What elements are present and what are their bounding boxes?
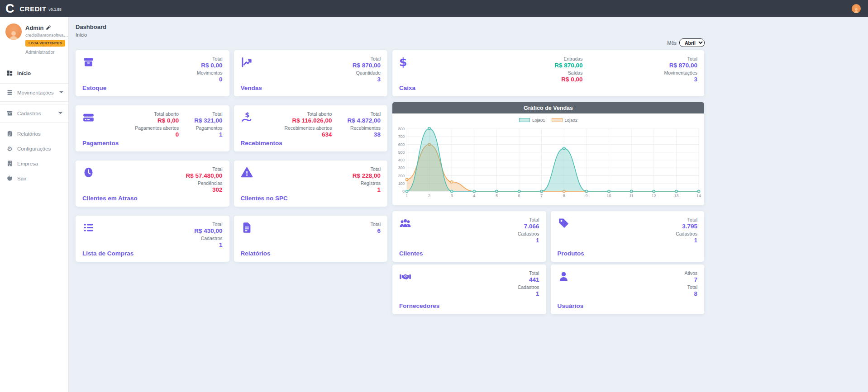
card-clientes-em-atraso[interactable]: Clientes em Atraso TotalR$ 57.480,00 Pen… xyxy=(76,161,229,207)
svg-text:400: 400 xyxy=(398,158,405,162)
legend-label: Loja01 xyxy=(532,118,545,123)
sales-chart-svg: 0100200300400500600700800123456789101112… xyxy=(392,125,704,202)
svg-text:500: 500 xyxy=(398,150,405,155)
chevron-down-icon xyxy=(58,89,65,96)
card-title: Pagamentos xyxy=(82,140,119,146)
card-recebimentos[interactable]: $ Recebimentos Total abertoR$ 116.026,00… xyxy=(234,105,388,151)
clock-icon xyxy=(82,166,95,179)
handshake-icon xyxy=(399,270,411,283)
svg-text:300: 300 xyxy=(398,165,405,170)
month-select[interactable]: Abril xyxy=(679,38,705,47)
legend-item-loja02[interactable]: Loja02 xyxy=(552,118,578,123)
chart-line-icon xyxy=(241,56,253,68)
sidebar-item-label: Cadastros xyxy=(17,111,41,116)
topbar: C CREDIT v0.1.88 xyxy=(0,0,868,17)
sidebar-item-label: Início xyxy=(17,71,31,76)
card-title: Recebimentos xyxy=(241,140,282,146)
svg-text:100: 100 xyxy=(398,181,405,186)
sidebar-item-movimentacoes[interactable]: Movimentações xyxy=(0,85,68,100)
month-filter-label: Mês xyxy=(667,40,677,46)
sidebar-item-empresa[interactable]: Empresa xyxy=(0,156,68,171)
card-title: Clientes xyxy=(399,250,423,257)
svg-text:600: 600 xyxy=(398,142,405,147)
sidebar-item-label: Empresa xyxy=(17,161,38,166)
chart-title: Gráfico de Vendas xyxy=(392,102,704,113)
svg-text:700: 700 xyxy=(398,134,405,139)
legend-swatch xyxy=(552,118,563,122)
user-email: credit@anronsoftware.co... xyxy=(25,33,69,38)
sidebar-item-cadastros[interactable]: Cadastros xyxy=(0,105,68,121)
app-logo: C xyxy=(5,0,14,17)
card-title: Lista de Compras xyxy=(82,250,134,257)
svg-text:4: 4 xyxy=(473,194,475,198)
main-content: Dashboard Início Mês Abril Estoque Total… xyxy=(69,17,868,314)
card-vendas[interactable]: Vendas TotalR$ 870,00 Quantidade3 xyxy=(234,50,388,96)
card-title: Clientes em Atraso xyxy=(82,195,138,202)
svg-text:7: 7 xyxy=(540,194,543,198)
sidebar-item-inicio[interactable]: Início xyxy=(0,66,68,80)
sidebar-item-sair[interactable]: Sair xyxy=(0,171,68,186)
svg-text:13: 13 xyxy=(674,194,678,198)
users-icon xyxy=(399,217,411,229)
tag-icon xyxy=(558,217,570,229)
svg-text:5: 5 xyxy=(496,194,498,198)
card-title: Vendas xyxy=(241,85,262,91)
card-clientes[interactable]: Clientes Total7.066 Cadastros1 xyxy=(392,211,546,262)
svg-text:1: 1 xyxy=(405,194,408,198)
user-icon xyxy=(853,7,859,13)
card-lista-de-compras[interactable]: Lista de Compras TotalR$ 430,00 Cadastro… xyxy=(76,216,229,262)
power-icon xyxy=(6,175,13,182)
svg-text:10: 10 xyxy=(607,194,611,198)
sales-chart-card: Gráfico de Vendas Loja01Loja02 010020030… xyxy=(392,102,704,205)
sidebar-item-relatorios[interactable]: Relatórios xyxy=(0,126,68,141)
svg-text:9: 9 xyxy=(585,194,587,198)
dollar-icon: $ xyxy=(399,56,411,68)
grid-icon xyxy=(6,70,13,76)
card-caixa[interactable]: $ Caixa EntradasR$ 870,00 SaídasR$ 0,00 … xyxy=(392,50,704,96)
list-icon xyxy=(82,222,95,234)
card-fornecedores[interactable]: Fornecedores Total441 Cadastros1 xyxy=(392,264,546,314)
card-estoque[interactable]: Estoque TotalR$ 0,00 Movimentos0 xyxy=(76,50,229,96)
legend-swatch xyxy=(519,118,530,122)
user-avatar-topbar[interactable] xyxy=(852,4,861,13)
profile-section: Admin credit@anronsoftware.co... LOJA VE… xyxy=(0,17,68,59)
card-relatorios[interactable]: Relatórios Total6 xyxy=(234,216,388,262)
gear-icon: ⚙ xyxy=(6,145,13,152)
svg-text:8: 8 xyxy=(563,194,565,198)
svg-text:800: 800 xyxy=(398,127,405,131)
sidebar-item-label: Movimentações xyxy=(17,90,54,95)
user-name: Admin xyxy=(25,24,43,31)
card-title: Usuários xyxy=(558,302,584,309)
svg-text:0: 0 xyxy=(402,189,405,194)
legend-item-loja01[interactable]: Loja01 xyxy=(519,118,545,123)
edit-pencil-icon[interactable] xyxy=(46,25,51,30)
card-usuarios[interactable]: Usuários Ativos7 Total8 xyxy=(551,264,705,314)
card-produtos[interactable]: Produtos Total3.795 Cadastros1 xyxy=(551,211,705,262)
svg-text:3: 3 xyxy=(451,194,453,198)
sidebar: Admin credit@anronsoftware.co... LOJA VE… xyxy=(0,17,69,392)
user-role: Administrador xyxy=(25,49,69,55)
clipboard-icon xyxy=(6,130,13,137)
warning-triangle-icon xyxy=(241,166,253,179)
card-pagamentos[interactable]: Pagamentos Total abertoR$ 0,00 Pagamento… xyxy=(76,105,229,151)
chevron-down-icon xyxy=(57,109,64,117)
avatar xyxy=(5,24,22,40)
sidebar-item-configuracoes[interactable]: ⚙ Configurações xyxy=(0,141,68,156)
svg-text:12: 12 xyxy=(652,194,656,198)
user-icon xyxy=(8,30,19,40)
app-name: CREDIT xyxy=(20,5,47,13)
card-clientes-no-spc[interactable]: Clientes no SPC TotalR$ 228,00 Registros… xyxy=(234,161,388,207)
layers-icon xyxy=(6,89,13,96)
app-version: v0.1.88 xyxy=(48,7,61,12)
page-title: Dashboard xyxy=(76,24,868,30)
legend-label: Loja02 xyxy=(565,118,578,123)
svg-text:14: 14 xyxy=(696,194,701,198)
sidebar-item-label: Sair xyxy=(17,176,26,181)
svg-text:11: 11 xyxy=(629,194,633,198)
chart-legend: Loja01Loja02 xyxy=(392,114,704,125)
card-title: Caixa xyxy=(399,85,415,91)
breadcrumb: Início xyxy=(76,32,868,38)
card-title: Relatórios xyxy=(241,250,271,257)
svg-text:$: $ xyxy=(245,111,249,118)
building-icon xyxy=(6,160,13,167)
